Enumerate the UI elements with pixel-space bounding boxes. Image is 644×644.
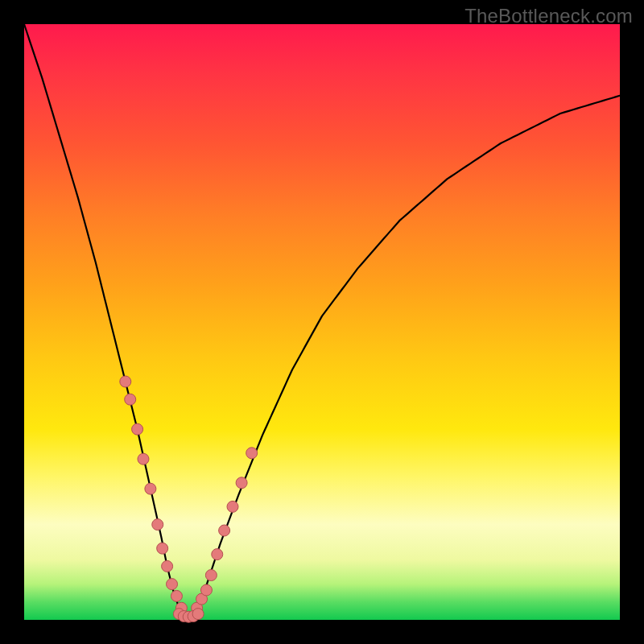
curve-dot	[162, 560, 173, 572]
curve-dot	[236, 477, 247, 489]
curve-dot	[157, 543, 168, 554]
curve-dot	[227, 501, 238, 512]
curve-dot	[138, 453, 149, 464]
bottleneck-curve	[24, 24, 620, 617]
curve-dot	[167, 579, 178, 590]
curve-dot	[219, 525, 230, 536]
chart-frame: TheBottleneck.com	[0, 0, 644, 644]
highlight-dots-valley	[173, 609, 204, 623]
curve-dot	[152, 519, 163, 530]
plot-area	[24, 24, 620, 620]
curve-dot	[192, 609, 204, 620]
curve-dot	[120, 376, 131, 387]
curve-dot	[125, 394, 136, 405]
curve-layer	[24, 24, 620, 620]
curve-dot	[205, 570, 217, 581]
curve-dot	[132, 423, 143, 435]
highlight-dots-left	[120, 376, 188, 613]
curve-dot	[246, 448, 258, 459]
curve-dot	[200, 584, 212, 596]
curve-dot	[212, 549, 223, 560]
curve-dot	[171, 590, 182, 601]
watermark-text: TheBottleneck.com	[464, 5, 633, 27]
curve-dot	[145, 483, 156, 494]
